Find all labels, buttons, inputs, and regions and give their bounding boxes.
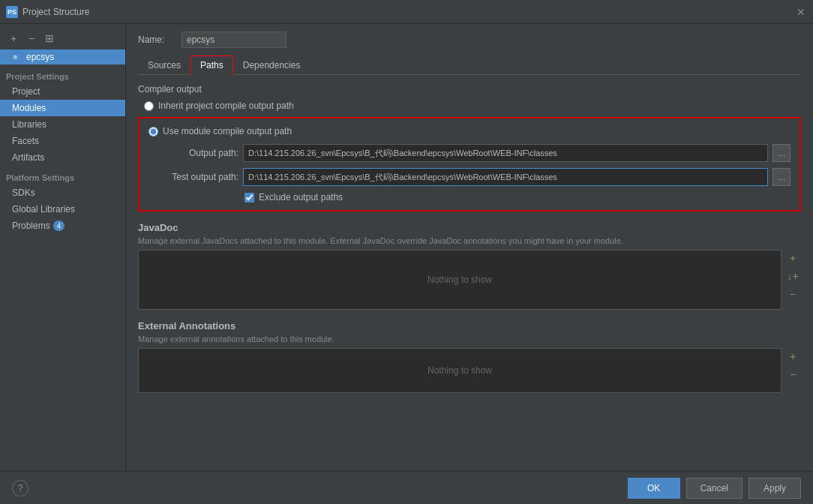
problems-badge: 4	[53, 220, 65, 231]
ext-empty-label: Nothing to show	[428, 365, 492, 376]
title-bar: PS Project Structure ✕	[0, 0, 813, 24]
javadoc-empty-label: Nothing to show	[428, 274, 492, 285]
name-input[interactable]	[182, 32, 286, 48]
output-path-input[interactable]	[243, 144, 768, 162]
ext-area-wrapper: Nothing to show + −	[138, 348, 801, 393]
javadoc-remove-button[interactable]: −	[784, 286, 801, 302]
name-label: Name:	[138, 34, 176, 45]
sidebar-toolbar: + − ⊞	[0, 27, 125, 50]
compile-box: Use module compile output path Output pa…	[138, 117, 801, 212]
inherit-radio[interactable]	[144, 101, 154, 111]
test-output-path-input[interactable]	[243, 168, 768, 186]
sidebar-module-epcsys[interactable]: m epcsys	[0, 50, 125, 64]
javadoc-description: Manage external JavaDocs attached to thi…	[138, 236, 801, 245]
tab-dependencies[interactable]: Dependencies	[233, 56, 310, 75]
sidebar: + − ⊞ m epcsys Project Settings Project …	[0, 24, 126, 471]
platform-settings-header: Platform Settings	[0, 166, 125, 184]
sidebar-item-problems[interactable]: Problems 4	[0, 218, 125, 234]
compiler-output-title: Compiler output	[138, 84, 801, 94]
external-annotations-description: Manage external annotations attached to …	[138, 334, 801, 344]
exclude-checkbox-row: Exclude output paths	[244, 192, 790, 202]
use-module-radio-label: Use module compile output path	[163, 126, 292, 136]
external-annotations-header: External Annotations	[138, 320, 801, 332]
close-button[interactable]: ✕	[795, 6, 807, 18]
test-output-path-browse-button[interactable]: …	[772, 168, 790, 186]
cancel-button[interactable]: Cancel	[686, 478, 742, 499]
external-annotations-section: External Annotations Manage external ann…	[138, 320, 801, 393]
ext-remove-button[interactable]: −	[784, 366, 801, 382]
apply-button[interactable]: Apply	[748, 478, 801, 499]
module-icon: m	[12, 52, 22, 62]
module-name: epcsys	[26, 52, 54, 62]
main-panel: Name: Sources Paths Dependencies Compile…	[126, 24, 813, 471]
use-module-radio-row: Use module compile output path	[148, 126, 790, 136]
content-area: + − ⊞ m epcsys Project Settings Project …	[0, 24, 813, 471]
svg-text:m: m	[14, 54, 17, 61]
sidebar-item-project[interactable]: Project	[0, 83, 125, 100]
project-structure-window: PS Project Structure ✕ + − ⊞ m epcsys Pr…	[0, 0, 813, 504]
sidebar-item-sdks[interactable]: SDKs	[0, 184, 125, 201]
remove-module-button[interactable]: −	[24, 31, 39, 46]
bottom-bar: ? OK Cancel Apply	[0, 471, 813, 504]
javadoc-area: Nothing to show	[138, 250, 782, 310]
window-title: Project Structure	[22, 7, 795, 17]
output-path-label: Output path:	[148, 148, 238, 158]
javadoc-area-wrapper: Nothing to show + ↓+ −	[138, 250, 801, 310]
test-output-path-label: Test output path:	[148, 172, 238, 182]
sidebar-item-facets[interactable]: Facets	[0, 133, 125, 149]
copy-module-button[interactable]: ⊞	[42, 31, 57, 46]
name-row: Name:	[138, 32, 801, 48]
tab-sources[interactable]: Sources	[138, 56, 190, 75]
exclude-label: Exclude output paths	[259, 192, 343, 202]
exclude-checkbox[interactable]	[244, 193, 254, 202]
inherit-radio-row: Inherit project compile output path	[144, 100, 801, 111]
app-icon: PS	[6, 6, 18, 18]
javadoc-section: JavaDoc Manage external JavaDocs attache…	[138, 222, 801, 310]
add-module-button[interactable]: +	[6, 31, 21, 46]
problems-label: Problems	[12, 220, 50, 231]
test-output-path-row: Test output path: …	[148, 168, 790, 186]
ext-side-buttons: + −	[782, 348, 801, 393]
radio-group: Inherit project compile output path	[144, 100, 801, 111]
ok-button[interactable]: OK	[628, 478, 680, 499]
use-module-radio[interactable]	[148, 127, 158, 136]
ext-add-button[interactable]: +	[784, 348, 801, 364]
tab-paths[interactable]: Paths	[190, 56, 233, 75]
javadoc-header: JavaDoc	[138, 222, 801, 233]
output-path-row: Output path: …	[148, 144, 790, 162]
sidebar-item-libraries[interactable]: Libraries	[0, 116, 125, 133]
tabs-bar: Sources Paths Dependencies	[138, 56, 801, 75]
help-button[interactable]: ?	[12, 480, 28, 496]
sidebar-item-modules[interactable]: Modules	[0, 100, 125, 116]
sidebar-item-artifacts[interactable]: Artifacts	[0, 149, 125, 166]
inherit-radio-label: Inherit project compile output path	[158, 100, 294, 111]
javadoc-add-as-button[interactable]: ↓+	[784, 268, 801, 284]
compiler-output-section: Compiler output Inherit project compile …	[138, 84, 801, 222]
bottom-left: ?	[12, 480, 622, 496]
sidebar-item-global-libraries[interactable]: Global Libraries	[0, 201, 125, 218]
javadoc-side-buttons: + ↓+ −	[782, 250, 801, 310]
ext-area: Nothing to show	[138, 348, 782, 393]
output-path-browse-button[interactable]: …	[772, 144, 790, 162]
project-settings-header: Project Settings	[0, 64, 125, 83]
javadoc-add-button[interactable]: +	[784, 250, 801, 266]
